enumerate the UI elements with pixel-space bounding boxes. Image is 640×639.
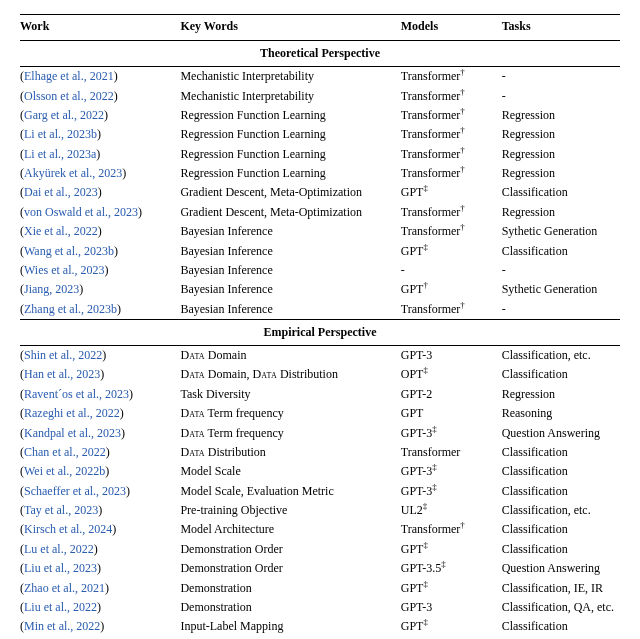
keywords-cell: Demonstration Order xyxy=(180,559,400,578)
model-cell: Transformer† xyxy=(401,520,502,539)
table-row: (Elhage et al., 2021)Mechanistic Interpr… xyxy=(20,67,620,87)
tasks-cell: Classification xyxy=(502,183,620,202)
table-row: (Razeghi et al., 2022)Data Term frequenc… xyxy=(20,404,620,423)
citation-link[interactable]: Razeghi et al., 2022 xyxy=(24,406,120,420)
keywords-cell: Data Domain xyxy=(180,345,400,365)
citation-cell: (Garg et al., 2022) xyxy=(20,106,180,125)
table-row: (Xie et al., 2022)Bayesian InferenceTran… xyxy=(20,222,620,241)
smallcaps-term: Data xyxy=(180,445,204,459)
citation-cell: (Han et al., 2023) xyxy=(20,365,180,384)
citation-link[interactable]: Wies et al., 2023 xyxy=(24,263,105,277)
citation-link[interactable]: Olsson et al., 2022 xyxy=(24,89,114,103)
col-header-models: Models xyxy=(401,15,502,41)
tasks-cell: - xyxy=(502,86,620,105)
keywords-cell: Model Architecture xyxy=(180,520,400,539)
model-cell: GPT-3‡ xyxy=(401,482,502,501)
table-row: (Zhao et al., 2021)DemonstrationGPT‡Clas… xyxy=(20,578,620,597)
model-cell: Transformer† xyxy=(401,203,502,222)
keywords-cell: Model Scale, Evaluation Metric xyxy=(180,482,400,501)
model-cell: GPT‡ xyxy=(401,241,502,260)
tasks-cell: Regression xyxy=(502,106,620,125)
keywords-cell: Input-Label Mapping xyxy=(180,617,400,636)
citation-cell: (Liu et al., 2022) xyxy=(20,598,180,617)
citation-link[interactable]: Zhao et al., 2021 xyxy=(24,581,105,595)
citation-link[interactable]: von Oswald et al., 2023 xyxy=(24,205,138,219)
table-row: (Dai et al., 2023)Gradient Descent, Meta… xyxy=(20,183,620,202)
footnote-marker: † xyxy=(460,222,465,232)
smallcaps-term: Data xyxy=(252,367,276,381)
citation-link[interactable]: Kandpal et al., 2023 xyxy=(24,426,121,440)
footnote-marker: † xyxy=(460,164,465,174)
citation-link[interactable]: Wang et al., 2023b xyxy=(24,244,114,258)
model-cell: Transformer† xyxy=(401,300,502,320)
citation-cell: (Dai et al., 2023) xyxy=(20,183,180,202)
citation-link[interactable]: Tay et al., 2023 xyxy=(24,503,98,517)
citation-link[interactable]: Garg et al., 2022 xyxy=(24,108,104,122)
citation-link[interactable]: Elhage et al., 2021 xyxy=(24,69,114,83)
footnote-marker: ‡ xyxy=(423,579,428,589)
table-row: (Jiang, 2023)Bayesian InferenceGPT†Sythe… xyxy=(20,280,620,299)
table-row: (Chan et al., 2022)Data DistributionTran… xyxy=(20,443,620,462)
citation-link[interactable]: Schaeffer et al., 2023 xyxy=(24,484,126,498)
citation-link[interactable]: Dai et al., 2023 xyxy=(24,185,98,199)
model-cell: GPT-3.5‡ xyxy=(401,559,502,578)
keywords-cell: Bayesian Inference xyxy=(180,222,400,241)
section-header: Theoretical Perspective xyxy=(20,41,620,67)
tasks-cell: Classification xyxy=(502,443,620,462)
footnote-marker: † xyxy=(460,300,465,310)
citation-link[interactable]: Xie et al., 2022 xyxy=(24,224,98,238)
model-cell: Transformer† xyxy=(401,106,502,125)
citation-link[interactable]: Liu et al., 2022 xyxy=(24,600,97,614)
model-cell: OPT‡ xyxy=(401,365,502,384)
citation-cell: (Wei et al., 2022b) xyxy=(20,462,180,481)
citation-link[interactable]: Li et al., 2023b xyxy=(24,127,97,141)
model-cell: Transformer† xyxy=(401,164,502,183)
citation-cell: (Zhang et al., 2023b) xyxy=(20,300,180,320)
keywords-cell: Bayesian Inference xyxy=(180,280,400,299)
citation-link[interactable]: Ravent´os et al., 2023 xyxy=(24,387,129,401)
tasks-cell: Regression xyxy=(502,145,620,164)
citation-link[interactable]: Jiang, 2023 xyxy=(24,282,79,296)
keywords-cell: Regression Function Learning xyxy=(180,145,400,164)
tasks-cell: Regression xyxy=(502,125,620,144)
tasks-cell: Sythetic Generation xyxy=(502,222,620,241)
col-header-work: Work xyxy=(20,15,180,41)
citation-link[interactable]: Akyürek et al., 2023 xyxy=(24,166,122,180)
citation-link[interactable]: Liu et al., 2023 xyxy=(24,561,97,575)
tasks-cell: Question Answering xyxy=(502,423,620,442)
footnote-marker: ‡ xyxy=(432,424,437,434)
table-row: (Tay et al., 2023)Pre-training Objective… xyxy=(20,501,620,520)
citation-link[interactable]: Chan et al., 2022 xyxy=(24,445,106,459)
citation-link[interactable]: Li et al., 2023a xyxy=(24,147,96,161)
keywords-cell: Demonstration xyxy=(180,578,400,597)
smallcaps-term: Data xyxy=(180,406,204,420)
section-title: Theoretical Perspective xyxy=(20,41,620,67)
model-cell: Transformer xyxy=(401,443,502,462)
smallcaps-term: Data xyxy=(180,348,204,362)
citation-link[interactable]: Min et al., 2022 xyxy=(24,619,100,633)
citation-cell: (Tay et al., 2023) xyxy=(20,501,180,520)
tasks-cell: Classification xyxy=(502,540,620,559)
citation-link[interactable]: Lu et al., 2022 xyxy=(24,542,94,556)
tasks-cell: Regression xyxy=(502,385,620,404)
section-header: Empirical Perspective xyxy=(20,319,620,345)
table-row: (Garg et al., 2022)Regression Function L… xyxy=(20,106,620,125)
citation-link[interactable]: Kirsch et al., 2024 xyxy=(24,522,112,536)
table-row: (Han et al., 2023)Data Domain, Data Dist… xyxy=(20,365,620,384)
citation-link[interactable]: Han et al., 2023 xyxy=(24,367,100,381)
tasks-cell: Classification xyxy=(502,482,620,501)
footnote-marker: † xyxy=(460,203,465,213)
citation-cell: (Min et al., 2022) xyxy=(20,617,180,636)
citation-cell: (Ravent´os et al., 2023) xyxy=(20,385,180,404)
table-row: (Min et al., 2022)Input-Label MappingGPT… xyxy=(20,617,620,636)
model-cell: GPT-3 xyxy=(401,345,502,365)
citation-link[interactable]: Shin et al., 2022 xyxy=(24,348,102,362)
tasks-cell: Classification, IE, IR xyxy=(502,578,620,597)
citation-cell: (Xie et al., 2022) xyxy=(20,222,180,241)
citation-link[interactable]: Zhang et al., 2023b xyxy=(24,302,117,316)
keywords-cell: Data Distribution xyxy=(180,443,400,462)
citation-link[interactable]: Wei et al., 2022b xyxy=(24,464,105,478)
keywords-cell: Demonstration Order xyxy=(180,540,400,559)
footnote-marker: ‡ xyxy=(423,183,428,193)
model-cell: GPT† xyxy=(401,280,502,299)
